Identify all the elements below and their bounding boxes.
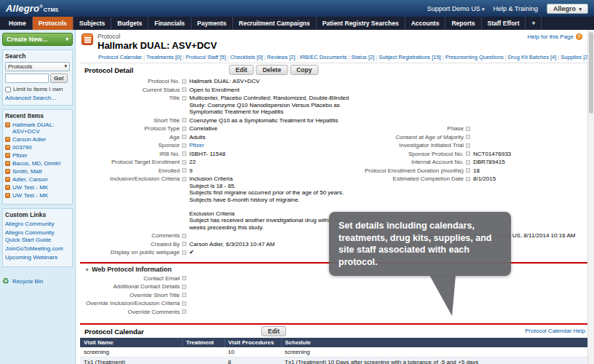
shortcut-supplies-2[interactable]: Supplies [2] xyxy=(561,54,589,60)
field-label xyxy=(360,77,473,86)
recent-item-link[interactable]: 003790 xyxy=(12,144,32,151)
shortcut-protocol-calendar[interactable]: Protocol Calendar xyxy=(98,54,142,60)
edit-button[interactable]: Edit xyxy=(229,65,254,75)
copy-button[interactable]: Copy xyxy=(290,65,318,75)
recent-item-link[interactable]: UW Test - MK xyxy=(12,192,48,199)
column-header-visit-name[interactable]: Visit Name xyxy=(80,338,182,347)
tab-protocols[interactable]: Protocols xyxy=(33,17,74,30)
search-go-button[interactable]: Go! xyxy=(50,74,68,83)
field-value xyxy=(189,282,588,291)
recent-item-link[interactable]: Hallmark DUAL: ASV+DCV xyxy=(12,122,70,135)
recent-item-link[interactable]: Carson Adler xyxy=(12,136,46,143)
shortcut-drug-kit-batches-4[interactable]: Drug Kit Batches [4] xyxy=(508,54,557,60)
limit-items-checkbox[interactable] xyxy=(5,87,11,92)
tab-subjects[interactable]: Subjects xyxy=(74,17,111,30)
tab-add[interactable]: + xyxy=(526,17,542,30)
tab-accounts[interactable]: Accounts xyxy=(405,17,446,30)
help-training-link[interactable]: Help & Training xyxy=(493,5,538,12)
web-protocol-info-grid: Contact EmailAdditional Contact DetailsO… xyxy=(80,274,590,320)
recent-item[interactable]: Carson Adler xyxy=(5,136,70,143)
recent-item-link[interactable]: Pfizer xyxy=(12,152,27,159)
shortcut-checklists-0[interactable]: Checklists [0] xyxy=(230,54,263,60)
app-menu-button[interactable]: Allegro ▾ xyxy=(547,4,588,14)
recent-item-link[interactable]: Smith, Matt xyxy=(12,168,41,175)
tab-financials[interactable]: Financials xyxy=(148,17,191,30)
custom-link-allegro-community[interactable]: Allegro Community xyxy=(5,221,70,228)
protocol-calendar-title: Protocol Calendar xyxy=(84,328,144,336)
tab-payments[interactable]: Payments xyxy=(191,17,233,30)
recent-item[interactable]: UW Test - MK xyxy=(5,184,70,191)
field-value: 18 xyxy=(473,167,588,175)
tab-patient-registry-searches[interactable]: Patient Registry Searches xyxy=(317,17,405,30)
recent-item[interactable]: Adler, Carson xyxy=(5,176,70,183)
shortcut-subject-registrations-15[interactable]: Subject Registrations [15] xyxy=(379,54,440,60)
calendar-edit-button[interactable]: Edit xyxy=(261,326,286,336)
field-help-icon xyxy=(182,301,186,306)
table-cell xyxy=(182,357,224,364)
record-icon xyxy=(5,145,10,150)
recent-item[interactable]: 003790 xyxy=(5,144,70,151)
table-row[interactable]: screening10screening xyxy=(80,347,590,357)
field-value: Pfizer xyxy=(189,141,360,150)
tab-home[interactable]: Home xyxy=(3,17,33,30)
field-value-link[interactable]: Pfizer xyxy=(189,142,204,149)
create-new-button[interactable]: Create New...▾ xyxy=(2,33,73,46)
tab-staff-effort[interactable]: Staff Effort xyxy=(482,17,526,30)
detail-button-row: EditDeleteCopy xyxy=(229,65,319,75)
table-row[interactable]: Tx1 (Treatment)8Tx1 (Treatment) 10 Days … xyxy=(80,357,590,364)
separator: | xyxy=(143,54,145,60)
top-bar: Allegro®CTMS Support Demo US▾ Help & Tra… xyxy=(0,0,594,17)
shortcut-status-2[interactable]: Status [2] xyxy=(352,54,375,60)
tab-recruitment-campaigns[interactable]: Recruitment Campaigns xyxy=(233,17,317,30)
shortcut-protocol-staff-5[interactable]: Protocol Staff [5] xyxy=(186,54,226,60)
table-cell: Tx1 (Treatment) xyxy=(80,357,182,364)
field-value: ISBHT- 11548 xyxy=(189,150,360,159)
column-header-treatment[interactable]: Treatment xyxy=(182,338,224,347)
shortcut-treatments-0[interactable]: Treatments [0] xyxy=(146,54,181,60)
shortcut-irb-ec-documents[interactable]: IRB/EC Documents xyxy=(300,54,347,60)
recycle-bin-link[interactable]: Recycle Bin xyxy=(12,278,43,285)
custom-link-joingotomeeting-com[interactable]: JoinGoToMeeting.com xyxy=(5,245,70,253)
field-label: Protocol Enrollment Duration (months) xyxy=(360,167,473,175)
field-label: Comments xyxy=(82,232,189,240)
logo-text: Allegro xyxy=(6,3,39,14)
custom-link-allegro-community-quick-start-guide[interactable]: Allegro Community Quick Start Guide xyxy=(5,229,70,244)
scrollbar-thumb[interactable] xyxy=(589,32,593,114)
recent-item-link[interactable]: Bacos, MD, Dimitri xyxy=(12,160,60,167)
recent-item[interactable]: Pfizer xyxy=(5,152,70,159)
field-label: Additional Contact Details xyxy=(82,282,189,291)
recent-item[interactable]: UW Test - MK xyxy=(5,192,70,199)
field-help-icon xyxy=(466,151,470,156)
protocol-calendar-help-link[interactable]: Protocol Calendar Help xyxy=(525,328,585,334)
recycle-bin[interactable]: ♻ Recycle Bin xyxy=(2,277,73,285)
search-input[interactable] xyxy=(5,74,49,83)
field-value: DBR789415 xyxy=(473,158,588,167)
recent-item[interactable]: Bacos, MD, Dimitri xyxy=(5,160,70,167)
column-header-schedule[interactable]: Schedule xyxy=(281,338,590,347)
delete-button[interactable]: Delete xyxy=(256,65,288,75)
separator: | xyxy=(183,54,184,60)
user-menu[interactable]: Support Demo US▾ xyxy=(427,5,485,12)
advanced-search-link[interactable]: Advanced Search... xyxy=(5,95,70,101)
help-for-page-link[interactable]: Help for this Page? xyxy=(527,33,582,40)
field-help-icon xyxy=(182,143,186,148)
field-label xyxy=(360,86,473,95)
recent-item[interactable]: Hallmark DUAL: ASV+DCV xyxy=(5,122,70,135)
custom-link-upcoming-webinars[interactable]: Upcoming Webinars xyxy=(5,254,70,261)
recent-item[interactable]: Smith, Matt xyxy=(5,168,70,175)
related-list-shortcuts: Protocol Calendar|Treatments [0]|Protoco… xyxy=(76,51,594,63)
field-label: Sponsor Protocol No. xyxy=(360,150,473,159)
custom-links-title: Custom Links xyxy=(5,211,70,218)
separator: | xyxy=(376,54,377,60)
vertical-scrollbar[interactable] xyxy=(587,30,594,364)
tab-reports[interactable]: Reports xyxy=(446,17,481,30)
tab-budgets[interactable]: Budgets xyxy=(111,17,148,30)
field-label: Short Title xyxy=(82,116,189,125)
app-logo: Allegro®CTMS xyxy=(6,3,58,14)
shortcut-prescreening-questions[interactable]: Prescreening Questions xyxy=(446,54,504,60)
search-entity-select[interactable]: Protocols▾ xyxy=(5,62,70,71)
recent-item-link[interactable]: UW Test - MK xyxy=(12,184,48,191)
recent-item-link[interactable]: Adler, Carson xyxy=(12,176,47,183)
shortcut-reviews-2[interactable]: Reviews [2] xyxy=(267,54,296,60)
column-header-visit-procedures[interactable]: Visit Procedures xyxy=(224,338,281,347)
